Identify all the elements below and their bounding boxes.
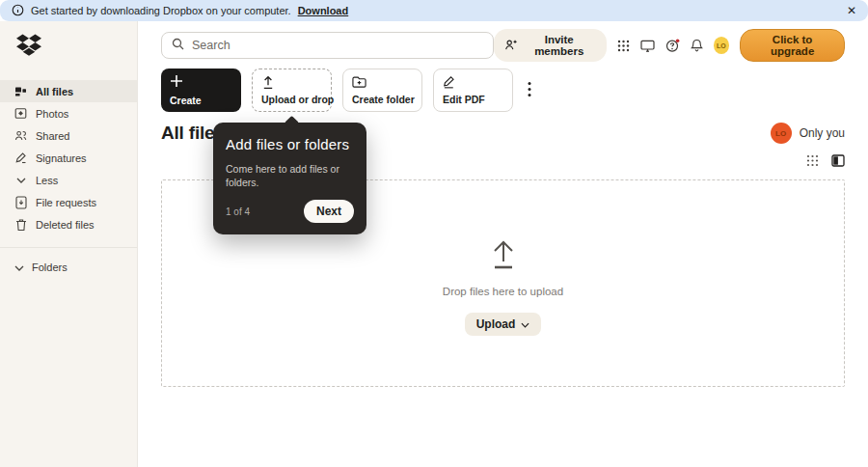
owner-avatar-initials: LO <box>775 129 786 138</box>
account-avatar[interactable]: LO <box>714 37 730 54</box>
grid-view-icon[interactable] <box>806 154 819 167</box>
create-folder-button[interactable]: Create folder <box>342 69 422 112</box>
download-banner: Get started by downloading Dropbox on yo… <box>0 0 868 21</box>
avatar-initials: LO <box>717 42 726 49</box>
notifications-bell-icon[interactable] <box>691 39 703 52</box>
owner-info[interactable]: LO Only you <box>771 123 845 144</box>
invite-members-button[interactable]: Invite members <box>494 29 607 62</box>
create-button[interactable]: Create <box>161 69 241 112</box>
signature-pen-icon <box>14 151 27 164</box>
sidebar-item-photos[interactable]: Photos <box>0 102 137 124</box>
shared-people-icon <box>14 129 27 142</box>
display-icon[interactable] <box>640 40 655 52</box>
sidebar-divider <box>0 247 137 248</box>
download-link[interactable]: Download <box>298 5 349 16</box>
sidebar-item-file-requests[interactable]: File requests <box>0 191 137 213</box>
dropbox-logo-icon[interactable] <box>16 34 137 59</box>
edit-pdf-label: Edit PDF <box>443 94 485 105</box>
owner-avatar[interactable]: LO <box>771 123 792 144</box>
header-controls: Invite members LO Click to u <box>494 29 845 62</box>
sidebar-nav: All files Photos Shared Signatures <box>0 80 137 235</box>
onboarding-tooltip: Add files or folders Come here to add fi… <box>213 123 366 234</box>
upgrade-label: Click to upgrade <box>771 34 814 57</box>
create-folder-label: Create folder <box>352 94 415 105</box>
sidebar-item-shared[interactable]: Shared <box>0 124 137 147</box>
all-files-icon <box>14 85 27 97</box>
upload-arrow-icon <box>261 75 275 92</box>
banner-message: Get started by downloading Dropbox on yo… <box>31 5 291 16</box>
sidebar-item-all-files[interactable]: All files <box>0 80 137 102</box>
tooltip-step-indicator: 1 of 4 <box>226 206 250 217</box>
upload-or-drop-label: Upload or drop <box>261 94 334 105</box>
photos-icon <box>14 107 27 120</box>
trash-icon <box>14 218 27 232</box>
info-icon <box>12 4 24 18</box>
tooltip-footer: 1 of 4 Next <box>226 200 354 223</box>
help-icon[interactable] <box>665 39 680 53</box>
search-bar[interactable] <box>161 32 494 59</box>
more-actions-kebab-icon[interactable] <box>524 81 535 100</box>
sidebar: All files Photos Shared Signatures <box>0 21 138 467</box>
sidebar-item-label: Photos <box>36 108 68 120</box>
next-button[interactable]: Next <box>304 200 354 223</box>
chevron-down-icon <box>14 178 27 183</box>
invite-members-label: Invite members <box>523 34 596 57</box>
sidebar-item-label: Deleted files <box>36 219 95 231</box>
sidebar-item-label: File requests <box>36 197 96 208</box>
plus-icon <box>170 74 183 90</box>
search-input[interactable] <box>192 39 483 52</box>
chevron-down-icon <box>14 261 24 273</box>
dropzone-hint: Drop files here to upload <box>443 286 563 297</box>
close-icon[interactable]: ✕ <box>847 5 856 16</box>
main-content: Invite members LO Click to u <box>138 21 868 467</box>
edit-pdf-button[interactable]: Edit PDF <box>433 69 513 112</box>
add-person-icon <box>504 39 517 53</box>
apps-grid-icon[interactable] <box>617 40 630 52</box>
upload-or-drop-button[interactable]: Upload or drop <box>252 69 332 112</box>
sidebar-item-less[interactable]: Less <box>0 169 137 191</box>
folders-label: Folders <box>32 261 68 273</box>
sidebar-item-deleted-files[interactable]: Deleted files <box>0 213 137 235</box>
upload-button[interactable]: Upload <box>465 313 542 336</box>
sidebar-item-label: Less <box>36 175 58 186</box>
create-label: Create <box>170 95 202 106</box>
owner-label: Only you <box>800 126 845 140</box>
main-header: Invite members LO Click to u <box>161 32 845 59</box>
sidebar-item-label: Shared <box>36 130 69 142</box>
upload-button-label: Upload <box>476 317 516 331</box>
file-request-icon <box>14 196 27 209</box>
actions-row: Create Upload or drop Create folder Edit… <box>161 69 845 112</box>
sidebar-item-signatures[interactable]: Signatures <box>0 147 137 169</box>
upload-arrow-large-icon <box>486 238 521 274</box>
sidebar-folders-toggle[interactable]: Folders <box>0 257 137 278</box>
pencil-icon <box>443 75 455 91</box>
sidebar-item-label: All files <box>36 86 73 97</box>
search-icon <box>172 37 184 54</box>
split-view-icon[interactable] <box>831 154 845 167</box>
folder-plus-icon <box>352 75 366 91</box>
chevron-down-icon <box>521 317 529 331</box>
tooltip-title: Add files or folders <box>226 136 354 152</box>
tooltip-body: Come here to add files or folders. <box>226 162 354 189</box>
upgrade-button[interactable]: Click to upgrade <box>740 29 845 62</box>
sidebar-item-label: Signatures <box>36 152 87 164</box>
